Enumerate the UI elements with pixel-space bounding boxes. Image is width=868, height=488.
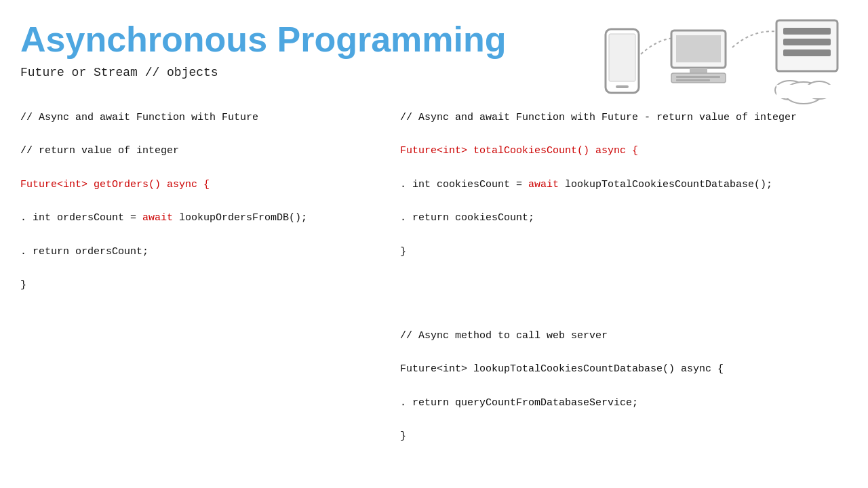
left-code-panel: // Async and await Function with Future …: [20, 93, 387, 488]
content-area: // Async and await Function with Future …: [0, 93, 868, 488]
right-block1-line3: . return cookiesCount;: [400, 210, 848, 227]
right-block1-line2: . int cookiesCount = await lookupTotalCo…: [400, 177, 848, 194]
svg-rect-14: [783, 49, 831, 56]
right-spacer1: [400, 294, 848, 311]
left-comment2: // return value of integer: [20, 143, 387, 160]
right-spacer2: [400, 479, 848, 488]
right-block2-line2: . return queryCountFromDatabaseService;: [400, 395, 848, 412]
right-block2-comment: // Async method to call web server: [400, 328, 848, 345]
server-cloud-icon: [766, 17, 848, 108]
right-block2-line3: }: [400, 428, 848, 445]
svg-rect-7: [690, 68, 707, 73]
svg-rect-12: [783, 28, 831, 35]
left-line4: }: [20, 277, 387, 294]
left-line3: . return ordersCount;: [20, 244, 387, 261]
computer-icon: [668, 27, 729, 92]
right-block1-line4: }: [400, 244, 848, 261]
svg-rect-3: [609, 34, 635, 81]
illustration: [563, 14, 848, 149]
left-line1: Future<int> getOrders() async {: [20, 177, 387, 194]
svg-rect-18: [776, 85, 837, 98]
left-comment1: // Async and await Function with Future: [20, 110, 387, 127]
svg-rect-4: [616, 85, 629, 88]
left-line2: . int ordersCount = await lookupOrdersFr…: [20, 210, 387, 227]
right-code-block: // Async and await Function with Future …: [400, 93, 848, 488]
svg-rect-13: [783, 39, 831, 45]
left-code-block: // Async and await Function with Future …: [20, 93, 387, 328]
svg-rect-9: [676, 76, 720, 78]
svg-rect-10: [676, 79, 710, 81]
svg-rect-6: [676, 35, 721, 62]
right-code-panel: // Async and await Function with Future …: [400, 93, 848, 488]
right-block2-line1: Future<int> lookupTotalCookiesCountDatab…: [400, 361, 848, 378]
phone-icon: [604, 27, 641, 98]
